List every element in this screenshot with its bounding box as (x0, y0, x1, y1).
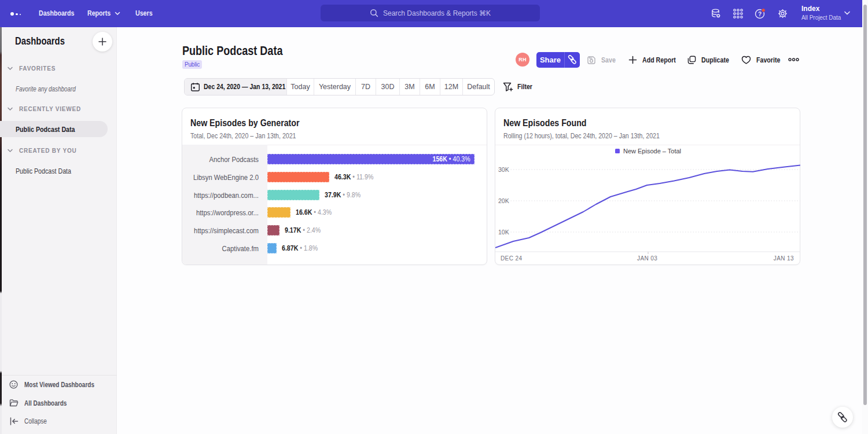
svg-text:?: ? (758, 11, 762, 17)
